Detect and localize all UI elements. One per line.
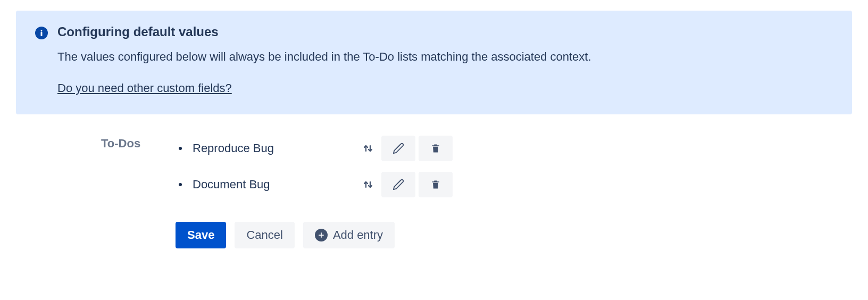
button-bar: Save Cancel Add entry: [176, 222, 852, 248]
info-icon: [35, 27, 48, 39]
info-title: Configuring default values: [57, 24, 833, 39]
add-entry-label: Add entry: [333, 228, 383, 242]
svg-point-0: [41, 30, 43, 31]
trash-icon: [430, 143, 441, 154]
info-description: The values configured below will always …: [57, 49, 833, 65]
plus-circle-icon: [315, 229, 328, 241]
entry-row: Document Bug: [176, 172, 453, 197]
info-content: Configuring default values The values co…: [57, 24, 833, 95]
entry-row: Reproduce Bug: [176, 136, 453, 161]
svg-rect-1: [41, 32, 43, 36]
add-entry-button[interactable]: Add entry: [303, 222, 395, 248]
entry-text: Reproduce Bug: [193, 141, 355, 155]
cancel-button[interactable]: Cancel: [235, 222, 294, 248]
edit-button[interactable]: [381, 136, 415, 161]
form-area: To-Dos Reproduce Bug: [101, 136, 852, 248]
bullet-icon: [179, 147, 182, 150]
bullet-icon: [179, 183, 182, 186]
field-label: To-Dos: [101, 136, 176, 151]
info-icon-wrap: [35, 24, 48, 39]
delete-button[interactable]: [419, 136, 453, 161]
reorder-handle[interactable]: [355, 142, 381, 155]
pencil-icon: [393, 179, 404, 190]
entry-actions: [381, 136, 453, 161]
save-button[interactable]: Save: [176, 222, 226, 248]
entry-actions: [381, 172, 453, 197]
trash-icon: [430, 179, 441, 190]
entries-list: Reproduce Bug: [176, 136, 453, 197]
info-link[interactable]: Do you need other custom fields?: [57, 81, 232, 95]
pencil-icon: [393, 143, 404, 154]
info-panel: Configuring default values The values co…: [16, 11, 852, 114]
entry-text: Document Bug: [193, 178, 355, 191]
form-row: To-Dos Reproduce Bug: [101, 136, 852, 197]
reorder-handle[interactable]: [355, 178, 381, 191]
edit-button[interactable]: [381, 172, 415, 197]
delete-button[interactable]: [419, 172, 453, 197]
